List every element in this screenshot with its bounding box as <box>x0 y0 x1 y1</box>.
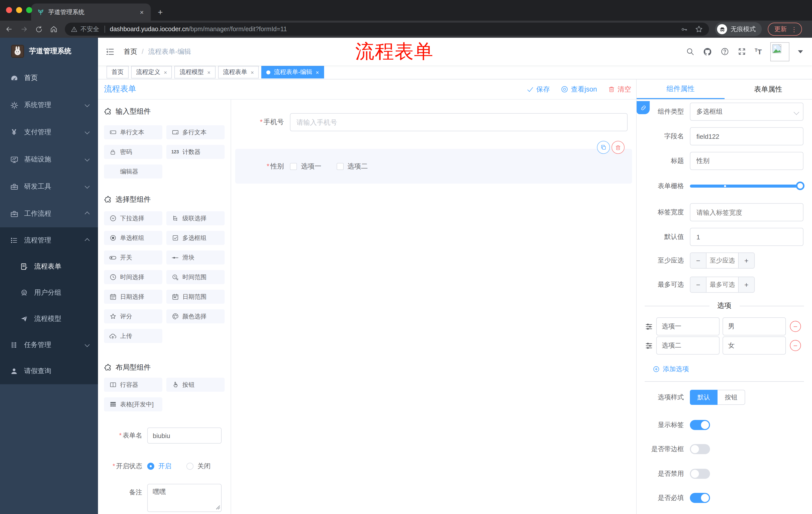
home-icon[interactable] <box>50 25 58 33</box>
tag-process-form[interactable]: 流程表单 × <box>218 66 259 78</box>
title-input[interactable] <box>690 152 804 170</box>
forward-icon[interactable] <box>20 25 28 33</box>
minus-button[interactable]: − <box>690 253 706 268</box>
link-handle[interactable] <box>637 101 650 114</box>
radio-on-label[interactable]: 开启 <box>158 462 171 471</box>
radio-on-icon[interactable] <box>147 463 154 470</box>
component-switch[interactable]: 开关 <box>104 250 162 265</box>
reload-icon[interactable] <box>35 25 43 33</box>
close-tab-icon[interactable]: × <box>138 8 146 16</box>
sidebar-item-devtools[interactable]: 研发工具 <box>0 173 98 200</box>
component-multi-text[interactable]: 多行文本 <box>166 125 225 139</box>
password-key-icon[interactable] <box>680 25 688 33</box>
remove-option-button[interactable]: − <box>790 321 801 332</box>
label-width-input[interactable] <box>690 203 804 221</box>
close-tag-icon[interactable]: × <box>251 69 254 75</box>
collapse-sidebar-icon[interactable] <box>106 47 115 56</box>
browser-update-button[interactable]: 更新 ⋮ <box>768 23 802 36</box>
drag-handle-icon[interactable] <box>645 341 653 350</box>
grid-slider[interactable] <box>690 180 804 192</box>
new-tab-button[interactable]: + <box>158 7 163 18</box>
copy-component-button[interactable] <box>597 141 610 154</box>
github-icon[interactable] <box>703 47 712 56</box>
slider-handle[interactable] <box>796 182 805 190</box>
style-default-button[interactable]: 默认 <box>690 390 718 405</box>
style-button-button[interactable]: 按钮 <box>718 390 745 405</box>
phone-input[interactable] <box>290 113 628 131</box>
clear-button[interactable]: 清空 <box>608 85 631 94</box>
component-counter[interactable]: 123 计数器 <box>166 145 225 159</box>
avatar-caret-icon[interactable] <box>798 50 803 53</box>
checkbox-icon[interactable] <box>337 163 343 170</box>
avatar[interactable] <box>770 42 789 61</box>
close-tag-icon[interactable]: × <box>164 69 167 75</box>
radio-off-label[interactable]: 关闭 <box>198 462 210 471</box>
sidebar-item-user-group[interactable]: 用户分组 <box>0 280 98 306</box>
component-row-container[interactable]: 行容器 <box>104 378 162 392</box>
tab-form-props[interactable]: 表单属性 <box>724 79 812 99</box>
window-controls[interactable] <box>6 7 32 13</box>
component-date-picker[interactable]: 日期选择 <box>104 290 162 304</box>
min-select-input[interactable] <box>706 253 738 268</box>
drag-handle-icon[interactable] <box>645 322 653 331</box>
component-radio-group[interactable]: 单选框组 <box>104 231 162 245</box>
disabled-toggle[interactable] <box>690 469 710 479</box>
sidebar-item-process-mgmt[interactable]: 流程管理 <box>0 227 98 253</box>
component-upload[interactable]: 上传 <box>104 329 162 343</box>
tag-home[interactable]: 首页 <box>107 66 128 78</box>
font-size-icon[interactable]: TT <box>755 48 762 56</box>
show-label-toggle[interactable] <box>690 420 710 430</box>
sidebar-item-task-mgmt[interactable]: 任务管理 <box>0 332 98 358</box>
save-button[interactable]: 保存 <box>527 85 550 94</box>
maximize-window-button[interactable] <box>26 7 32 13</box>
component-single-text[interactable]: 单行文本 <box>104 125 162 139</box>
browser-tab[interactable]: 芋道管理系统 × <box>31 3 151 21</box>
plus-button[interactable]: + <box>738 277 754 292</box>
component-editor[interactable]: 编辑器 <box>104 164 162 179</box>
breadcrumb-home[interactable]: 首页 <box>124 47 137 56</box>
fullscreen-icon[interactable] <box>737 47 746 56</box>
sidebar-item-infra[interactable]: 基础设施 <box>0 146 98 173</box>
with-border-toggle[interactable] <box>690 444 710 454</box>
remove-option-button[interactable]: − <box>790 340 801 351</box>
tag-process-form-edit[interactable]: 流程表单-编辑 × <box>262 66 324 78</box>
add-option-button[interactable]: 添加选项 <box>653 364 812 374</box>
component-checkbox-group[interactable]: 多选框组 <box>166 231 225 245</box>
component-time-picker[interactable]: 时间选择 <box>104 270 162 284</box>
checkbox-icon[interactable] <box>290 163 297 170</box>
component-slider[interactable]: 滑块 <box>166 250 225 265</box>
radio-off-icon[interactable] <box>186 463 194 470</box>
resize-handle-icon[interactable] <box>215 503 220 512</box>
form-remark-textarea[interactable] <box>147 484 222 512</box>
option-value-input[interactable] <box>723 317 786 335</box>
close-tag-icon[interactable]: × <box>316 69 319 75</box>
component-select[interactable]: 下拉选择 <box>104 211 162 225</box>
max-select-input[interactable] <box>706 277 738 292</box>
delete-component-button[interactable] <box>611 141 625 154</box>
tag-process-model[interactable]: 流程模型 × <box>175 66 215 78</box>
plus-button[interactable]: + <box>738 253 754 268</box>
bookmark-star-icon[interactable] <box>695 25 703 33</box>
component-table-dev[interactable]: 表格[开发中] <box>104 397 162 411</box>
view-json-button[interactable]: 查看json <box>561 85 597 94</box>
canvas-field-gender-selected[interactable]: *性别 选项一 选项二 <box>235 149 632 184</box>
default-value-input[interactable] <box>690 228 804 246</box>
minus-button[interactable]: − <box>690 277 706 292</box>
minimize-window-button[interactable] <box>16 7 22 13</box>
tab-component-props[interactable]: 组件属性 <box>637 79 724 99</box>
component-cascader[interactable]: 级联选择 <box>166 211 225 225</box>
tag-process-definition[interactable]: 流程定义 × <box>131 66 172 78</box>
sidebar-item-process-form[interactable]: 流程表单 <box>0 253 98 280</box>
browser-menu-dots-icon[interactable]: ⋮ <box>791 25 798 33</box>
option-value-input[interactable] <box>723 336 786 355</box>
option-label-input[interactable] <box>656 317 720 335</box>
search-icon[interactable] <box>686 47 694 56</box>
required-toggle[interactable] <box>690 493 710 503</box>
component-type-select[interactable] <box>690 103 804 121</box>
sidebar-item-process-model[interactable]: 流程模型 <box>0 306 98 332</box>
option-label-input[interactable] <box>656 336 720 355</box>
url-bar[interactable]: 不安全 dashboard.yudao.iocoder.cn/bpm/manag… <box>65 23 709 36</box>
slider-track[interactable] <box>690 185 804 188</box>
component-time-range[interactable]: 时间范围 <box>166 270 225 284</box>
gender-option-2[interactable]: 选项二 <box>337 162 368 171</box>
